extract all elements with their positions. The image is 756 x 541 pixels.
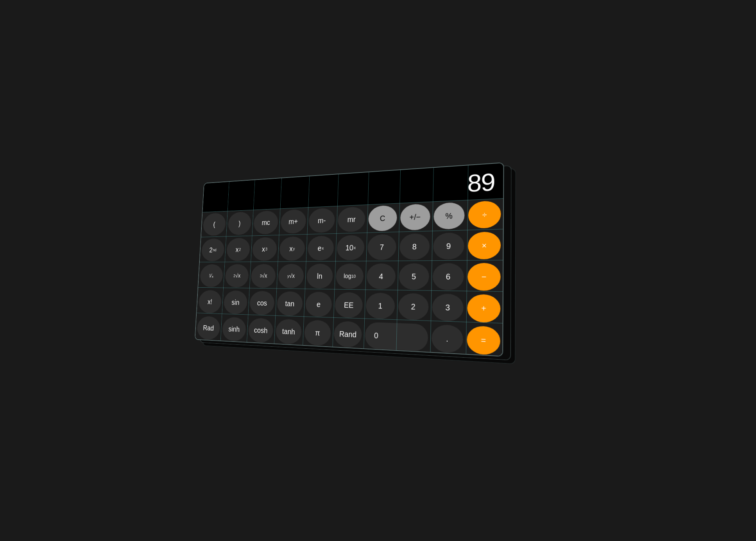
- percent-button[interactable]: %: [434, 202, 465, 229]
- m-minus-button[interactable]: m-: [308, 208, 335, 233]
- cos-button[interactable]: cos: [249, 291, 275, 315]
- decimal-button[interactable]: .: [431, 324, 463, 353]
- five-button[interactable]: 5: [399, 263, 429, 290]
- multiply-button[interactable]: ×: [468, 231, 501, 259]
- divide-button[interactable]: ÷: [468, 201, 501, 229]
- equals-button[interactable]: =: [467, 326, 500, 355]
- sqrt3-button[interactable]: 3√x: [251, 264, 276, 288]
- rand-button[interactable]: Rand: [334, 321, 362, 348]
- button-grid: ( ) mc m+ m- mr C +/− % ÷ 2nd x2 x3 xy e…: [195, 198, 503, 356]
- nine-button[interactable]: 9: [433, 232, 464, 260]
- x-squared-button[interactable]: x2: [226, 238, 250, 261]
- rad-button[interactable]: Rad: [197, 316, 220, 340]
- e-power-x-button[interactable]: ex: [307, 236, 334, 261]
- e-button[interactable]: e: [305, 292, 332, 317]
- seven-button[interactable]: 7: [367, 234, 397, 260]
- add-button[interactable]: +: [467, 294, 500, 323]
- x-cubed-button[interactable]: x3: [252, 237, 278, 261]
- plus-minus-button[interactable]: +/−: [400, 204, 430, 231]
- tan-button[interactable]: tan: [277, 291, 303, 316]
- x-power-y-button[interactable]: xy: [279, 236, 305, 261]
- ten-power-x-button[interactable]: 10x: [337, 235, 365, 260]
- cosh-button[interactable]: cosh: [248, 318, 274, 343]
- tanh-button[interactable]: tanh: [276, 319, 302, 344]
- one-button[interactable]: 1: [365, 293, 395, 320]
- sqrt2-button[interactable]: 2√x: [225, 264, 249, 288]
- zero-button[interactable]: 0: [365, 322, 428, 351]
- three-button[interactable]: 3: [432, 294, 464, 322]
- four-button[interactable]: 4: [366, 263, 396, 290]
- ee-button[interactable]: EE: [335, 292, 363, 318]
- mc-button[interactable]: mc: [253, 210, 278, 235]
- two-button[interactable]: 2: [398, 293, 428, 321]
- paren-close-button[interactable]: ): [228, 211, 252, 235]
- second-button[interactable]: 2nd: [201, 238, 225, 262]
- calculator-scene: 89 ( ) mc m+ m- mr C +/− % ÷ 2nd x2 x3 x…: [193, 155, 618, 391]
- six-button[interactable]: 6: [432, 263, 464, 290]
- reciprocal-button[interactable]: ¹⁄ₓ: [200, 264, 223, 287]
- calculator-body: 89 ( ) mc m+ m- mr C +/− % ÷ 2nd x2 x3 x…: [195, 163, 503, 356]
- m-plus-button[interactable]: m+: [280, 209, 306, 234]
- factorial-button[interactable]: x!: [198, 290, 222, 313]
- clear-button[interactable]: C: [368, 205, 397, 231]
- mr-button[interactable]: mr: [338, 206, 366, 232]
- ln-button[interactable]: ln: [306, 264, 333, 289]
- sqrty-button[interactable]: y√x: [278, 264, 304, 288]
- log10-button[interactable]: log10: [336, 263, 364, 289]
- eight-button[interactable]: 8: [399, 233, 430, 260]
- subtract-button[interactable]: −: [468, 263, 501, 291]
- display-value: 89: [467, 169, 494, 196]
- pi-button[interactable]: π: [304, 320, 331, 346]
- sinh-button[interactable]: sinh: [222, 317, 246, 342]
- sin-button[interactable]: sin: [223, 290, 248, 314]
- paren-open-button[interactable]: (: [202, 213, 226, 236]
